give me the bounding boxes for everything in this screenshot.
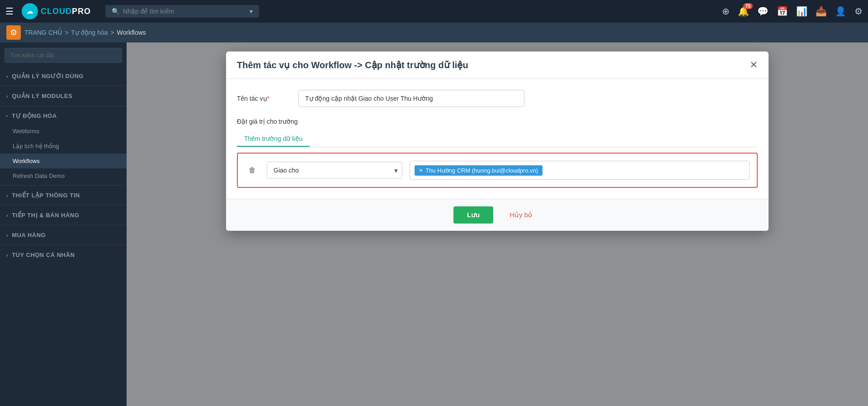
sidebar-section-modules[interactable]: › QUẢN LÝ MODULES: [0, 88, 127, 104]
field-row: 🗑 Giao cho ▾: [245, 161, 750, 180]
sidebar-item-workflows[interactable]: Workflows: [0, 154, 127, 168]
field-section: Đặt giá trị cho trường Thêm trường dữ li…: [237, 118, 758, 188]
sidebar-section-label: THIẾT LẬP THÔNG TIN: [12, 192, 80, 199]
sidebar-item-refresh-data-demo[interactable]: Refresh Data Demo: [0, 168, 127, 183]
cancel-button[interactable]: Hủy bỏ: [500, 206, 541, 224]
sidebar: › QUẢN LÝ NGƯỜI DÙNG › QUẢN LÝ MODULES ›…: [0, 42, 127, 406]
divider: [0, 86, 127, 86]
divider: [0, 245, 127, 245]
chevron-down-icon: ›: [5, 115, 10, 117]
task-name-label: Tên tác vụ*: [237, 95, 291, 102]
divider: [0, 185, 127, 186]
breadcrumb-current: Workflows: [117, 29, 146, 36]
tag-input[interactable]: × Thu Hường CRM (huong.bui@cloudpro.vn): [410, 161, 750, 180]
modal-footer: Lưu Hủy bỏ: [226, 199, 769, 231]
chevron-right-icon: ›: [6, 233, 8, 238]
task-name-group: Tên tác vụ*: [237, 90, 758, 107]
search-icon: 🔍: [112, 8, 119, 15]
sidebar-section-user-management[interactable]: › QUẢN LÝ NGƯỜI DÙNG: [0, 68, 127, 84]
sidebar-section-setup[interactable]: › THIẾT LẬP THÔNG TIN: [0, 187, 127, 203]
sidebar-search-input[interactable]: [5, 48, 122, 63]
sidebar-item-webforms[interactable]: Webforms: [0, 124, 127, 139]
field-select-wrapper: Giao cho ▾: [267, 162, 402, 179]
main-content: Thêm tác vụ cho Workflow -> Cập nhật trư…: [127, 42, 868, 406]
chat-icon[interactable]: 💬: [757, 6, 769, 17]
divider: [0, 106, 127, 106]
tag-remove-button[interactable]: ×: [419, 167, 423, 173]
notification-badge: 75: [743, 3, 753, 9]
divider: [0, 225, 127, 225]
breadcrumb-home[interactable]: TRANG CHỦ: [24, 29, 62, 36]
sidebar-section-label: QUẢN LÝ MODULES: [12, 93, 72, 99]
calendar-icon[interactable]: 📅: [777, 6, 788, 17]
sidebar-section-personal[interactable]: › TÙY CHỌN CÁ NHÂN: [0, 247, 127, 263]
sidebar-section-marketing[interactable]: › TIẾP THỊ & BÁN HÀNG: [0, 207, 127, 223]
modal-title: Thêm tác vụ cho Workflow -> Cập nhật trư…: [237, 60, 468, 70]
save-button[interactable]: Lưu: [453, 206, 493, 224]
chevron-right-icon: ›: [6, 213, 8, 218]
settings-icon[interactable]: ⚙: [854, 6, 863, 17]
field-section-label: Đặt giá trị cho trường: [237, 118, 758, 125]
breadcrumb: TRANG CHỦ > Tự động hóa > Workflows: [24, 29, 146, 36]
delete-field-button[interactable]: 🗑: [245, 164, 259, 176]
hamburger-button[interactable]: ☰: [5, 6, 14, 17]
tag-item: × Thu Hường CRM (huong.bui@cloudpro.vn): [415, 165, 542, 176]
search-dropdown-icon[interactable]: ▾: [250, 8, 253, 15]
modal-header: Thêm tác vụ cho Workflow -> Cập nhật trư…: [226, 51, 769, 79]
tag-label: Thu Hường CRM (huong.bui@cloudpro.vn): [425, 167, 538, 174]
modal-body: Tên tác vụ* Đặt giá trị cho trường Thêm …: [226, 79, 769, 199]
close-button[interactable]: ✕: [750, 60, 758, 70]
sidebar-section-label: MUA HÀNG: [12, 232, 46, 238]
sidebar-section-label: TỰ ĐỘNG HÓA: [12, 112, 57, 119]
breadcrumb-automation[interactable]: Tự động hóa: [71, 29, 108, 36]
logo: ☁ CLOUDPRO: [22, 3, 91, 19]
add-icon[interactable]: ⊕: [722, 6, 730, 17]
chevron-right-icon: ›: [6, 93, 8, 99]
chevron-right-icon: ›: [6, 193, 8, 198]
notification-icon[interactable]: 🔔 75: [738, 6, 749, 17]
chart-icon[interactable]: 📊: [796, 6, 807, 17]
navbar-actions: ⊕ 🔔 75 💬 📅 📊 📥 👤 ⚙: [722, 6, 863, 17]
sidebar-section-label: TIẾP THỊ & BÁN HÀNG: [12, 212, 79, 219]
navbar: ☰ ☁ CLOUDPRO 🔍 ▾ ⊕ 🔔 75 💬 📅 📊 📥 👤 ⚙: [0, 0, 868, 23]
logo-icon: ☁: [22, 3, 38, 19]
field-select[interactable]: Giao cho: [267, 162, 402, 179]
inbox-icon[interactable]: 📥: [816, 6, 827, 17]
task-name-input[interactable]: [298, 90, 524, 107]
breadcrumb-settings-icon: ⚙: [6, 25, 21, 40]
gear-icon: ⚙: [10, 28, 17, 37]
main-layout: › QUẢN LÝ NGƯỜI DÙNG › QUẢN LÝ MODULES ›…: [0, 42, 868, 406]
divider: [0, 205, 127, 205]
breadcrumb-bar: ⚙ TRANG CHỦ > Tự động hóa > Workflows: [0, 23, 868, 42]
modal-overlay: Thêm tác vụ cho Workflow -> Cập nhật trư…: [127, 42, 868, 406]
add-field-button[interactable]: Thêm trường dữ liệu: [237, 131, 310, 147]
user-icon[interactable]: 👤: [835, 6, 846, 17]
search-bar: 🔍 ▾: [105, 5, 259, 18]
search-input[interactable]: [123, 8, 231, 15]
modal: Thêm tác vụ cho Workflow -> Cập nhật trư…: [226, 51, 769, 231]
chevron-right-icon: ›: [6, 74, 8, 79]
sidebar-section-label: TÙY CHỌN CÁ NHÂN: [12, 252, 75, 258]
fields-container: 🗑 Giao cho ▾: [237, 153, 758, 188]
sidebar-section-label: QUẢN LÝ NGƯỜI DÙNG: [12, 73, 84, 79]
breadcrumb-sep1: >: [65, 29, 68, 36]
sidebar-section-automation[interactable]: › TỰ ĐỘNG HÓA: [0, 108, 127, 124]
breadcrumb-sep2: >: [110, 29, 114, 36]
sidebar-item-scheduler[interactable]: Lập lịch hệ thống: [0, 139, 127, 154]
logo-text: CLOUDPRO: [41, 7, 91, 16]
sidebar-section-purchasing[interactable]: › MUA HÀNG: [0, 227, 127, 243]
chevron-right-icon: ›: [6, 252, 8, 258]
